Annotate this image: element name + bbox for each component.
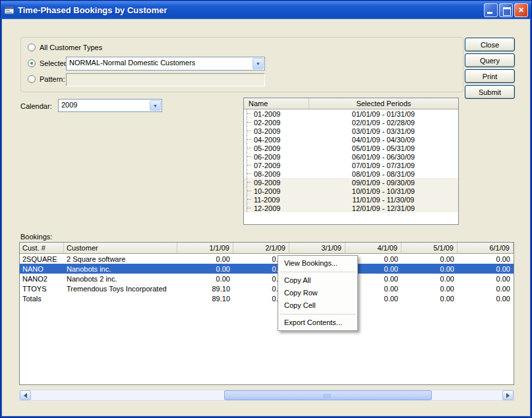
maximize-icon[interactable] bbox=[499, 3, 513, 17]
cust-number-cell: NANO2 bbox=[20, 275, 64, 283]
period-dates: 04/01/09 - 04/30/09 bbox=[309, 136, 458, 144]
value-cell: 0.00 bbox=[401, 265, 458, 273]
period-row[interactable]: 05-200905/01/09 - 05/31/09 bbox=[244, 144, 458, 152]
period-row[interactable]: 07-200907/01/09 - 07/31/09 bbox=[244, 161, 458, 169]
period-name: 03-2009 bbox=[252, 127, 309, 135]
value-cell: 0.00 bbox=[458, 255, 514, 263]
menu-item[interactable]: Copy All bbox=[278, 274, 357, 287]
chevron-down-icon[interactable]: ▼ bbox=[150, 100, 161, 111]
period-dates: 06/01/09 - 06/30/09 bbox=[309, 153, 458, 161]
tree-branch-icon bbox=[247, 152, 252, 161]
period-name: 07-2009 bbox=[252, 162, 309, 169]
tree-branch-icon bbox=[247, 187, 252, 195]
bookings-column-header[interactable]: Customer bbox=[64, 243, 177, 254]
period-row[interactable]: 06-200906/01/09 - 06/30/09 bbox=[244, 152, 458, 161]
print-button[interactable]: Print bbox=[465, 69, 515, 83]
bookings-column-header[interactable]: 4/1/09 bbox=[345, 243, 401, 254]
period-row[interactable]: 10-200910/01/09 - 10/31/09 bbox=[244, 187, 458, 195]
tree-branch-icon bbox=[247, 109, 252, 118]
period-row[interactable]: 03-200903/01/09 - 03/31/09 bbox=[244, 127, 458, 135]
scrollbar-thumb[interactable] bbox=[224, 390, 432, 400]
period-row[interactable]: 08-200908/01/09 - 08/31/09 bbox=[244, 169, 458, 178]
cust-number-cell: NANO bbox=[20, 265, 64, 273]
scroll-left-icon[interactable] bbox=[20, 390, 31, 400]
value-cell: 0.00 bbox=[458, 285, 514, 293]
tree-branch-icon bbox=[247, 127, 252, 135]
scroll-right-icon[interactable] bbox=[502, 390, 514, 400]
value-cell: 0.00 bbox=[458, 275, 514, 283]
horizontal-scrollbar[interactable] bbox=[19, 390, 514, 401]
query-button[interactable]: Query bbox=[465, 53, 515, 67]
chevron-down-icon[interactable]: ▼ bbox=[252, 58, 264, 69]
bookings-row[interactable]: Totals89.100.000.000.000.000.00 bbox=[20, 293, 514, 303]
radio-pattern[interactable] bbox=[28, 75, 36, 83]
bookings-label: Bookings: bbox=[20, 233, 52, 241]
close-action-button[interactable]: Close bbox=[465, 38, 515, 51]
value-cell: 0.00 bbox=[401, 285, 458, 293]
bookings-column-header[interactable]: Cust. # bbox=[20, 243, 64, 254]
tree-branch-icon bbox=[247, 161, 252, 169]
menu-item[interactable]: Copy Row bbox=[278, 287, 357, 299]
period-dates: 07/01/09 - 07/31/09 bbox=[309, 162, 458, 169]
pattern-input[interactable] bbox=[66, 73, 265, 86]
period-name: 08-2009 bbox=[252, 170, 309, 178]
titlebar[interactable]: Time-Phased Bookings by Customer ✕ bbox=[1, 1, 531, 19]
value-cell: 0.00 bbox=[458, 265, 514, 273]
period-dates: 05/01/09 - 05/31/09 bbox=[309, 144, 458, 152]
periods-column-selected-periods[interactable]: Selected Periods bbox=[309, 98, 458, 109]
value-cell: 0.00 bbox=[401, 255, 458, 263]
period-dates: 08/01/09 - 08/31/09 bbox=[309, 170, 458, 178]
bookings-row[interactable]: NANO2Nanobots 2 inc.0.000.000.000.000.00… bbox=[20, 274, 514, 284]
customer-type-group: All Customer Types Selected: NORMAL-Norm… bbox=[20, 37, 463, 92]
calendar-value: 2009 bbox=[59, 100, 149, 111]
radio-all-customer-types[interactable] bbox=[28, 44, 36, 51]
period-row[interactable]: 02-200902/01/09 - 02/28/09 bbox=[244, 118, 458, 127]
submit-button[interactable]: Submit bbox=[465, 85, 515, 99]
cust-number-cell: TTOYS bbox=[20, 285, 64, 293]
cust-number-cell: 2SQUARE bbox=[20, 255, 64, 263]
scrollbar-track[interactable] bbox=[31, 390, 502, 400]
window: Time-Phased Bookings by Customer ✕ All C… bbox=[0, 0, 532, 418]
tree-branch-icon bbox=[247, 144, 252, 152]
minimize-icon[interactable] bbox=[484, 3, 498, 17]
period-dates: 03/01/09 - 03/31/09 bbox=[309, 127, 458, 135]
bookings-column-header[interactable]: 6/1/09 bbox=[458, 243, 514, 254]
close-icon[interactable]: ✕ bbox=[514, 3, 528, 17]
value-cell: 89.10 bbox=[177, 285, 233, 293]
menu-item[interactable]: Export Contents... bbox=[278, 316, 357, 329]
period-name: 02-2009 bbox=[252, 119, 309, 127]
menu-item[interactable]: Copy Cell bbox=[278, 299, 357, 312]
periods-column-name[interactable]: Name bbox=[244, 98, 309, 109]
period-name: 06-2009 bbox=[252, 153, 309, 161]
bookings-column-header[interactable]: 5/1/09 bbox=[401, 243, 458, 254]
customer-name-cell: Tremendous Toys Incorporated bbox=[64, 285, 177, 293]
bookings-column-header[interactable]: 1/1/09 bbox=[177, 243, 233, 254]
bookings-row[interactable]: NANONanobots inc.0.000.000.000.000.000.0… bbox=[20, 264, 514, 274]
bookings-row[interactable]: 2SQUARE2 Square software0.000.000.000.00… bbox=[20, 254, 514, 264]
period-row[interactable]: 09-200909/01/09 - 09/30/09 bbox=[244, 178, 458, 187]
radio-selected[interactable] bbox=[28, 59, 36, 67]
selected-customer-combobox[interactable]: NORMAL-Normal Domestic Customers ▼ bbox=[66, 57, 265, 71]
period-row[interactable]: 11-200911/01/09 - 11/30/09 bbox=[244, 195, 458, 204]
client-area: All Customer Types Selected: NORMAL-Norm… bbox=[1, 19, 531, 417]
calendar-combobox[interactable]: 2009 ▼ bbox=[58, 99, 162, 112]
period-row[interactable]: 04-200904/01/09 - 04/30/09 bbox=[244, 135, 458, 144]
period-name: 10-2009 bbox=[252, 187, 309, 195]
radio-pattern-label: Pattern: bbox=[40, 75, 65, 83]
menu-separator bbox=[280, 314, 356, 314]
menu-separator bbox=[280, 272, 356, 272]
period-row[interactable]: 12-200912/01/09 - 12/31/09 bbox=[244, 204, 458, 212]
customer-name-cell: Nanobots 2 inc. bbox=[64, 275, 177, 283]
calendar-label: Calendar: bbox=[20, 102, 52, 110]
tree-branch-icon bbox=[247, 204, 252, 212]
tree-branch-icon bbox=[247, 135, 252, 144]
bookings-row[interactable]: TTOYSTremendous Toys Incorporated89.100.… bbox=[20, 284, 514, 293]
bookings-column-header[interactable]: 3/1/09 bbox=[289, 243, 345, 254]
bookings-column-header[interactable]: 2/1/09 bbox=[233, 243, 289, 254]
tree-branch-icon bbox=[247, 195, 252, 204]
value-cell: 0.00 bbox=[177, 275, 233, 283]
value-cell: 0.00 bbox=[177, 265, 233, 273]
bookings-body: 2SQUARE2 Square software0.000.000.000.00… bbox=[20, 254, 514, 303]
period-row[interactable]: 01-200901/01/09 - 01/31/09 bbox=[244, 109, 458, 118]
menu-item[interactable]: View Bookings... bbox=[278, 257, 357, 270]
